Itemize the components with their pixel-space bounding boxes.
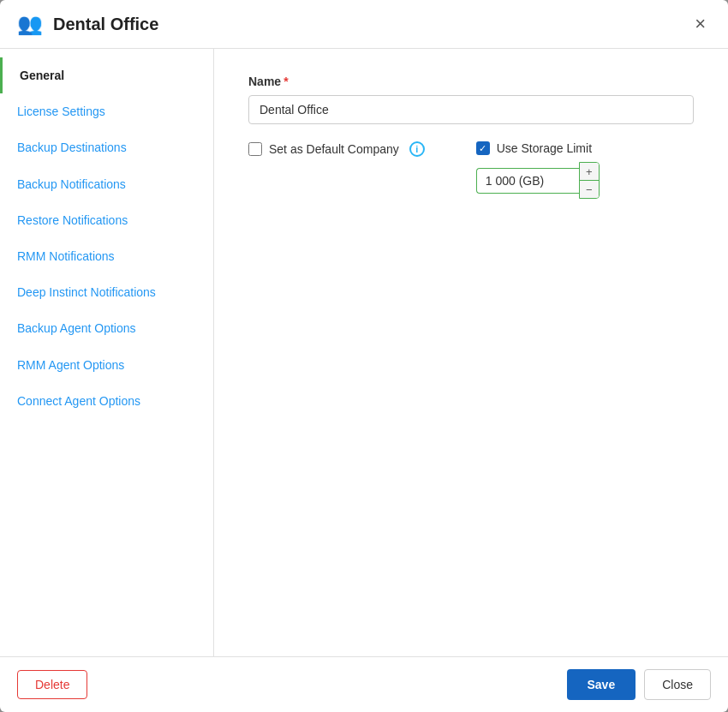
storage-input[interactable] — [476, 168, 579, 194]
sidebar-item-backup-agent-options[interactable]: Backup Agent Options — [0, 310, 213, 346]
close-button[interactable]: × — [689, 13, 711, 35]
sidebar-item-restore-notifications[interactable]: Restore Notifications — [0, 202, 213, 238]
sidebar-item-backup-notifications[interactable]: Backup Notifications — [0, 166, 213, 202]
close-footer-button[interactable]: Close — [644, 669, 711, 700]
footer-right: Save Close — [567, 669, 712, 700]
sidebar: GeneralLicense SettingsBackup Destinatio… — [0, 49, 214, 656]
sidebar-item-rmm-agent-options[interactable]: RMM Agent Options — [0, 347, 213, 383]
options-row: Set as Default Company i ✓ Use Storage L… — [248, 141, 694, 199]
use-storage-checkbox[interactable]: ✓ — [476, 141, 490, 155]
modal-title: Dental Office — [53, 15, 158, 34]
modal-header: 👥 Dental Office × — [0, 0, 728, 49]
content-area: Name* Set as Default Company i ✓ Use Sto… — [214, 49, 728, 656]
sidebar-item-backup-destinations[interactable]: Backup Destinations — [0, 129, 213, 165]
people-icon: 👥 — [17, 12, 43, 36]
sidebar-item-deep-instinct-notifications[interactable]: Deep Instinct Notifications — [0, 274, 213, 310]
storage-group: ✓ Use Storage Limit + − — [476, 141, 600, 199]
modal-body: GeneralLicense SettingsBackup Destinatio… — [0, 49, 728, 656]
modal-dialog: 👥 Dental Office × GeneralLicense Setting… — [0, 0, 728, 712]
set-default-group: Set as Default Company i — [248, 141, 425, 157]
stepper-down-button[interactable]: − — [580, 181, 599, 198]
sidebar-item-license-settings[interactable]: License Settings — [0, 93, 213, 129]
delete-button[interactable]: Delete — [17, 670, 87, 699]
storage-checkbox-row: ✓ Use Storage Limit — [476, 141, 600, 155]
storage-input-row: + − — [476, 162, 600, 199]
set-default-checkbox[interactable] — [248, 142, 262, 156]
modal-footer: Delete Save Close — [0, 656, 728, 712]
save-button[interactable]: Save — [567, 669, 636, 700]
info-icon[interactable]: i — [409, 141, 425, 157]
required-star: * — [283, 75, 288, 88]
set-default-label[interactable]: Set as Default Company — [269, 142, 399, 156]
stepper: + − — [579, 162, 600, 199]
sidebar-item-connect-agent-options[interactable]: Connect Agent Options — [0, 383, 213, 419]
use-storage-label[interactable]: Use Storage Limit — [497, 141, 592, 155]
sidebar-item-rmm-notifications[interactable]: RMM Notifications — [0, 238, 213, 274]
header-left: 👥 Dental Office — [17, 12, 158, 36]
stepper-up-button[interactable]: + — [580, 163, 599, 180]
sidebar-item-general[interactable]: General — [0, 57, 213, 93]
name-input[interactable] — [248, 95, 694, 124]
name-label: Name* — [248, 75, 694, 88]
